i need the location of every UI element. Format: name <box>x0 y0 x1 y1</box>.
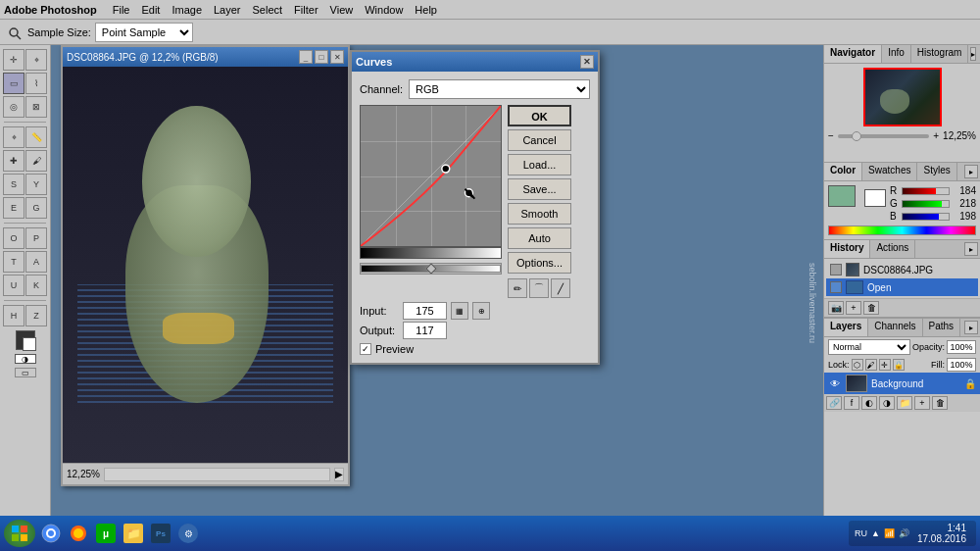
menu-filter[interactable]: Filter <box>288 3 323 17</box>
tab-layers[interactable]: Layers <box>824 319 868 336</box>
gradient-tool[interactable]: G <box>25 197 47 219</box>
red-slider[interactable] <box>902 187 950 195</box>
tab-color[interactable]: Color <box>824 163 862 180</box>
background-color[interactable] <box>23 337 36 351</box>
history-item-1[interactable]: Open <box>826 278 978 296</box>
tab-info[interactable]: Info <box>882 45 911 63</box>
taskbar-chrome-icon[interactable] <box>39 522 63 545</box>
zoom-view-tool[interactable]: Z <box>25 305 47 326</box>
menu-edit[interactable]: Edit <box>135 3 166 17</box>
menu-file[interactable]: File <box>107 3 136 17</box>
blend-mode-select[interactable]: Normal <box>828 339 910 355</box>
layer-style-btn[interactable]: f <box>844 396 859 410</box>
taskbar-torrent-icon[interactable]: μ <box>94 522 118 545</box>
curve-tool-icon[interactable]: ⌒ <box>529 278 549 298</box>
taskbar-extra-icon[interactable]: ⚙ <box>176 522 200 545</box>
rectangular-marquee-tool[interactable]: ▭ <box>3 73 24 94</box>
shape-tool[interactable]: U <box>3 275 24 296</box>
opacity-input[interactable] <box>947 340 976 354</box>
adjustment-layer-btn[interactable]: ◑ <box>879 396 895 410</box>
create-snapshot-btn[interactable]: 📷 <box>828 301 844 315</box>
color-menu-btn[interactable]: ▸ <box>964 165 978 178</box>
background-swatch[interactable] <box>864 189 886 207</box>
new-doc-from-state-btn[interactable]: + <box>846 301 861 315</box>
foreground-swatch[interactable] <box>828 185 856 207</box>
save-button[interactable]: Save... <box>508 178 571 200</box>
output-value[interactable] <box>403 322 447 339</box>
3d-tool[interactable]: K <box>25 275 47 296</box>
zoom-in-icon[interactable]: + <box>933 130 939 141</box>
ok-button[interactable]: OK <box>508 105 571 126</box>
text-tool[interactable]: T <box>3 251 24 273</box>
menu-layer[interactable]: Layer <box>208 3 247 17</box>
minimize-button[interactable]: _ <box>299 50 313 64</box>
lock-all-btn[interactable]: 🔒 <box>893 359 905 371</box>
image-canvas[interactable] <box>63 67 348 463</box>
color-spectrum-bar[interactable] <box>828 225 976 235</box>
layer-link-btn[interactable]: 🔗 <box>826 396 842 410</box>
start-button[interactable] <box>4 520 35 547</box>
hand-tool[interactable]: H <box>3 305 24 326</box>
eyedropper-tool[interactable]: ⌖ <box>3 126 24 148</box>
dodge-tool[interactable]: O <box>3 227 24 249</box>
history-menu-btn[interactable]: ▸ <box>964 242 978 256</box>
menu-window[interactable]: Window <box>359 3 409 17</box>
move-tool[interactable]: ✛ <box>3 49 24 71</box>
ruler-tool[interactable]: 📏 <box>25 126 47 148</box>
line-tool-icon[interactable]: ╱ <box>551 278 570 298</box>
taskbar-firefox-icon[interactable] <box>67 522 90 545</box>
histogram-icon[interactable]: ▦ <box>451 302 468 320</box>
quick-selection-tool[interactable]: ◎ <box>3 96 24 118</box>
menu-select[interactable]: Select <box>247 3 289 17</box>
tab-actions[interactable]: Actions <box>870 240 915 258</box>
preview-checkbox[interactable]: ✓ <box>360 343 371 355</box>
layer-eye-icon[interactable]: 👁 <box>828 376 842 390</box>
tab-swatches[interactable]: Swatches <box>862 163 917 180</box>
tab-paths[interactable]: Paths <box>923 319 961 336</box>
menu-view[interactable]: View <box>324 3 360 17</box>
screen-mode[interactable]: ▭ <box>15 368 36 377</box>
cancel-button[interactable]: Cancel <box>508 129 571 151</box>
curves-gradient-control[interactable] <box>360 263 502 275</box>
group-btn[interactable]: 📁 <box>897 396 912 410</box>
layers-menu-btn[interactable]: ▸ <box>964 321 978 334</box>
smooth-button[interactable]: Smooth <box>508 203 571 225</box>
pencil-tool-icon[interactable]: ✏ <box>508 278 527 298</box>
new-layer-btn[interactable]: + <box>914 396 930 410</box>
navigator-menu-btn[interactable]: ▸ <box>970 47 976 61</box>
pen-tool[interactable]: P <box>25 227 47 249</box>
lock-image-btn[interactable]: 🖌 <box>865 359 877 371</box>
auto-button[interactable]: Auto <box>508 227 571 249</box>
blue-slider[interactable] <box>902 213 950 221</box>
quick-mask-mode[interactable]: ◑ <box>15 354 36 364</box>
menu-image[interactable]: Image <box>166 3 208 17</box>
taskbar-explorer-icon[interactable]: 📁 <box>122 522 145 545</box>
layer-row-background[interactable]: 👁 Background 🔒 <box>824 373 980 394</box>
crop-tool[interactable]: ⊠ <box>25 96 47 118</box>
zoom-out-icon[interactable]: − <box>828 130 834 141</box>
history-item-0[interactable]: DSC08864.JPG <box>826 261 978 278</box>
clone-stamp-tool[interactable]: S <box>3 174 24 195</box>
taskbar-photoshop-icon[interactable]: Ps <box>149 522 172 545</box>
sample-size-select[interactable]: Point Sample 3 by 3 Average 5 by 5 Avera… <box>95 23 193 42</box>
menu-help[interactable]: Help <box>409 3 443 17</box>
lock-position-btn[interactable]: ✛ <box>879 359 891 371</box>
eraser-tool[interactable]: E <box>3 197 24 219</box>
input-value[interactable] <box>403 302 447 320</box>
brush-tool[interactable]: 🖌 <box>25 150 47 172</box>
curve-target-icon[interactable]: ⊕ <box>472 302 490 320</box>
horizontal-scrollbar[interactable] <box>104 468 330 481</box>
load-button[interactable]: Load... <box>508 154 571 175</box>
delete-history-btn[interactable]: 🗑 <box>863 301 879 315</box>
foreground-color[interactable] <box>16 330 35 350</box>
curves-graph[interactable] <box>360 105 502 247</box>
maximize-button[interactable]: □ <box>315 50 328 64</box>
options-button[interactable]: Options... <box>508 252 571 274</box>
zoom-slider-thumb[interactable] <box>852 131 861 141</box>
path-selection-tool[interactable]: A <box>25 251 47 273</box>
layer-mask-btn[interactable]: ◐ <box>861 396 877 410</box>
lock-transparent-btn[interactable]: ⬡ <box>852 359 863 371</box>
zoom-tool[interactable]: ⌖ <box>25 49 47 71</box>
close-button[interactable]: ✕ <box>330 50 344 64</box>
tab-styles[interactable]: Styles <box>917 163 956 180</box>
